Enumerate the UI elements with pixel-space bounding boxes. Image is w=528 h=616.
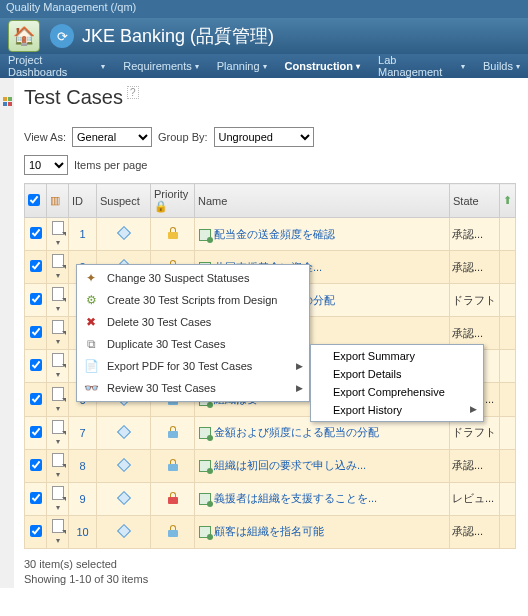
view-as-select[interactable]: General <box>72 127 152 147</box>
export-submenu: Export SummaryExport DetailsExport Compr… <box>310 344 484 422</box>
chevron-down-icon: ▾ <box>101 62 105 71</box>
context-menu: ✦Change 30 Suspect Statuses⚙Create 30 Te… <box>76 264 310 402</box>
context-menu-item[interactable]: ⚙Create 30 Test Scripts from Design <box>77 289 309 311</box>
row-checkbox[interactable] <box>30 260 42 272</box>
nav-lab-management[interactable]: Lab Management▾ <box>378 54 465 78</box>
col-header-suspect[interactable]: Suspect <box>97 184 151 218</box>
col-header-extra[interactable]: ⬆ <box>500 184 516 218</box>
row-checkbox[interactable] <box>30 525 42 537</box>
app-header: 🏠 ⟳ JKE Banking (品質管理) <box>0 18 528 54</box>
row-name-link[interactable]: 配当金の送金頻度を確認 <box>214 228 335 240</box>
help-icon[interactable]: ? <box>127 86 139 99</box>
submenu-item[interactable]: Export History▶ <box>311 401 483 419</box>
col-header-state[interactable]: State <box>450 184 500 218</box>
testcase-icon <box>199 229 211 241</box>
row-action-icon[interactable] <box>52 221 64 235</box>
suspect-icon[interactable] <box>116 491 130 505</box>
col-header-id[interactable]: ID <box>69 184 97 218</box>
submenu-item-label: Export Details <box>333 368 401 380</box>
col-header-name[interactable]: Name <box>195 184 450 218</box>
nav-planning[interactable]: Planning▾ <box>217 60 267 72</box>
row-action-icon[interactable] <box>52 453 64 467</box>
row-checkbox[interactable] <box>30 227 42 239</box>
row-action-icon[interactable] <box>52 387 64 401</box>
nav-construction[interactable]: Construction▾ <box>285 60 360 72</box>
row-checkbox[interactable] <box>30 326 42 338</box>
suspect-icon[interactable] <box>116 226 130 240</box>
chevron-down-icon[interactable]: ▾ <box>56 238 60 247</box>
row-action-icon[interactable] <box>52 353 64 367</box>
table-row: ▾10顧客は組織を指名可能承認... <box>25 515 516 548</box>
menu-item-icon: ✖ <box>83 314 99 330</box>
group-by-label: Group By: <box>158 131 208 143</box>
col-header-checkbox[interactable] <box>25 184 47 218</box>
app-logo-icon[interactable]: ⟳ <box>50 24 74 48</box>
row-name-link[interactable]: 顧客は組織を指名可能 <box>214 525 324 537</box>
priority-icon <box>168 492 178 504</box>
row-id-link[interactable]: 8 <box>79 460 85 472</box>
row-id-link[interactable]: 9 <box>79 493 85 505</box>
left-gutter <box>0 78 14 588</box>
row-checkbox[interactable] <box>30 459 42 471</box>
row-id-link[interactable]: 10 <box>76 526 88 538</box>
nav-project-dashboards[interactable]: Project Dashboards▾ <box>8 54 105 78</box>
row-checkbox[interactable] <box>30 393 42 405</box>
row-checkbox[interactable] <box>30 359 42 371</box>
context-menu-item[interactable]: 📄Export PDF for 30 Test Cases▶ <box>77 355 309 377</box>
selection-status: 30 item(s) selected <box>24 557 516 572</box>
row-state: 承認... <box>450 515 500 548</box>
chevron-down-icon[interactable]: ▾ <box>56 271 60 280</box>
app-title: JKE Banking (品質管理) <box>82 24 274 48</box>
row-id-link[interactable]: 7 <box>79 427 85 439</box>
nav-requirements[interactable]: Requirements▾ <box>123 60 198 72</box>
priority-icon <box>168 227 178 239</box>
table-row: ▾9義援者は組織を支援することを...レビュ... <box>25 482 516 515</box>
window-title: Quality Management (/qm) <box>6 1 136 13</box>
row-state: レビュ... <box>450 482 500 515</box>
nav-builds[interactable]: Builds▾ <box>483 60 520 72</box>
grid-icon[interactable] <box>2 96 12 106</box>
suspect-icon[interactable] <box>116 458 130 472</box>
row-action-icon[interactable] <box>52 420 64 434</box>
context-menu-item[interactable]: ✖Delete 30 Test Cases <box>77 311 309 333</box>
row-name-link[interactable]: 組織は初回の要求で申し込み... <box>214 459 366 471</box>
chevron-down-icon[interactable]: ▾ <box>56 470 60 479</box>
group-by-select[interactable]: Ungrouped <box>214 127 314 147</box>
items-per-page-select[interactable]: 10 <box>24 155 68 175</box>
col-header-action[interactable]: ▥ <box>47 184 69 218</box>
row-checkbox[interactable] <box>30 426 42 438</box>
row-action-icon[interactable] <box>52 519 64 533</box>
submenu-item[interactable]: Export Details <box>311 365 483 383</box>
chevron-down-icon[interactable]: ▾ <box>56 370 60 379</box>
suspect-icon[interactable] <box>116 425 130 439</box>
chevron-down-icon[interactable]: ▾ <box>56 503 60 512</box>
menu-item-label: Review 30 Test Cases <box>107 382 216 394</box>
menu-item-icon: 📄 <box>83 358 99 374</box>
row-checkbox[interactable] <box>30 492 42 504</box>
submenu-arrow-icon: ▶ <box>470 404 477 414</box>
chevron-down-icon[interactable]: ▾ <box>56 337 60 346</box>
context-menu-item[interactable]: ✦Change 30 Suspect Statuses <box>77 267 309 289</box>
row-id-link[interactable]: 1 <box>79 228 85 240</box>
chevron-down-icon[interactable]: ▾ <box>56 304 60 313</box>
suspect-icon[interactable] <box>116 524 130 538</box>
chevron-down-icon[interactable]: ▾ <box>56 404 60 413</box>
chevron-down-icon[interactable]: ▾ <box>56 536 60 545</box>
context-menu-item[interactable]: 👓Review 30 Test Cases▶ <box>77 377 309 399</box>
home-icon[interactable]: 🏠 <box>8 20 40 52</box>
row-action-icon[interactable] <box>52 254 64 268</box>
row-checkbox[interactable] <box>30 293 42 305</box>
submenu-item[interactable]: Export Comprehensive <box>311 383 483 401</box>
row-action-icon[interactable] <box>52 287 64 301</box>
row-action-icon[interactable] <box>52 486 64 500</box>
col-header-priority[interactable]: Priority 🔒 <box>151 184 195 218</box>
row-name-link[interactable]: 義援者は組織を支援することを... <box>214 492 377 504</box>
context-menu-item[interactable]: ⧉Duplicate 30 Test Cases <box>77 333 309 355</box>
submenu-item[interactable]: Export Summary <box>311 347 483 365</box>
items-per-page-label: Items per page <box>74 159 147 171</box>
row-action-icon[interactable] <box>52 320 64 334</box>
chevron-down-icon: ▾ <box>263 62 267 71</box>
menu-item-label: Change 30 Suspect Statuses <box>107 272 249 284</box>
chevron-down-icon[interactable]: ▾ <box>56 437 60 446</box>
row-name-link[interactable]: 金額および頻度による配当の分配 <box>214 426 379 438</box>
